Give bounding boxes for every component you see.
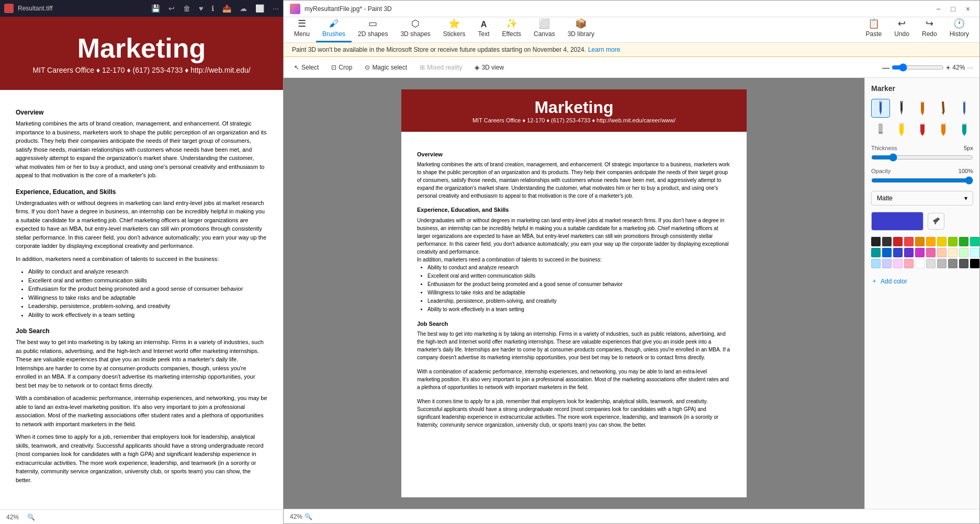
paint3d-close[interactable]: × <box>963 4 973 14</box>
magic-select-button[interactable]: ⊙ Magic select <box>361 62 411 73</box>
bg-tool-9[interactable]: ··· <box>273 4 279 13</box>
marker-pencil[interactable] <box>871 99 890 118</box>
paint3d-window-controls: − □ × <box>933 4 973 14</box>
bg-doc-title: Marketing <box>10 32 273 64</box>
history-icon: 🕐 <box>953 18 965 29</box>
select-button[interactable]: ↖ Select <box>290 62 323 73</box>
doc-content: Overview Marketing combines the arts of … <box>401 140 747 446</box>
palette-color-item[interactable] <box>893 259 903 268</box>
tab-redo[interactable]: ↪ Redo <box>916 15 943 42</box>
palette-color-item[interactable] <box>871 237 881 246</box>
color-swatch[interactable] <box>871 212 923 231</box>
palette-color-item[interactable] <box>904 259 914 268</box>
tab-stickers[interactable]: ⭐ Stickers <box>437 15 472 42</box>
palette-color-item[interactable] <box>937 259 947 268</box>
palette-color-item[interactable] <box>970 248 979 257</box>
palette-color-item[interactable] <box>871 248 881 257</box>
tab-canvas[interactable]: ⬜ Canvas <box>527 15 561 42</box>
palette-color-item[interactable] <box>937 248 947 257</box>
3d-view-icon: ◈ <box>475 64 479 71</box>
palette-color-item[interactable] <box>970 237 979 246</box>
palette-color-item[interactable] <box>948 259 958 268</box>
tab-effects[interactable]: ✨ Effects <box>496 15 527 42</box>
canvas-area[interactable]: Marketing MIT Careers Office ♦ 12-170 ♦ … <box>284 78 864 509</box>
svg-rect-18 <box>899 123 904 124</box>
palette-color-item[interactable] <box>882 248 892 257</box>
palette-color-item[interactable] <box>915 237 925 246</box>
marker-brown[interactable] <box>934 99 953 118</box>
marker-yellow[interactable] <box>892 120 911 139</box>
bg-tool-8[interactable]: ⬜ <box>255 4 264 13</box>
palette-color-item[interactable] <box>882 259 892 268</box>
marker-red[interactable] <box>913 120 932 139</box>
palette-color-item[interactable] <box>915 248 925 257</box>
tab-paste[interactable]: 📋 Paste <box>860 15 888 42</box>
add-color-button[interactable]: ＋ Add color <box>871 275 973 288</box>
palette-color-item[interactable] <box>926 248 936 257</box>
bg-tool-3[interactable]: 🗑 <box>183 4 190 13</box>
bg-zoom-icon[interactable]: 🔍 <box>27 514 35 521</box>
crop-button[interactable]: ⊡ Crop <box>327 62 356 73</box>
zoom-more-options[interactable]: ··· <box>967 63 973 72</box>
bg-tool-5[interactable]: ℹ <box>211 4 214 13</box>
matte-selector[interactable]: Matte ▾ <box>871 191 973 206</box>
marker-orange2[interactable] <box>934 120 953 139</box>
toolbar: ↖ Select ⊡ Crop ⊙ Magic select ⊞ Mixed r… <box>284 57 979 78</box>
tab-menu[interactable]: ☰ Menu <box>288 15 316 42</box>
zoom-plus[interactable]: + <box>946 63 950 72</box>
doc-list-intro: In addition, marketers need a combinatio… <box>417 256 731 264</box>
palette-color-item[interactable] <box>959 259 968 268</box>
palette-color-item[interactable] <box>926 259 936 268</box>
marker-pen[interactable] <box>892 99 911 118</box>
mixed-reality-button[interactable]: ⊞ Mixed reality <box>415 62 466 73</box>
bg-doc-subtitle: MIT Careers Office ♦ 12-170 ♦ (617) 253-… <box>10 66 273 74</box>
palette-color-item[interactable] <box>904 248 914 257</box>
zoom-status-icon: 🔍 <box>305 513 312 520</box>
tab-undo-label: Undo <box>894 30 909 38</box>
palette-color-item[interactable] <box>948 248 958 257</box>
tab-undo[interactable]: ↩ Undo <box>888 15 916 42</box>
palette-color-item[interactable] <box>959 237 968 246</box>
opacity-slider[interactable] <box>871 176 973 185</box>
palette-color-item[interactable] <box>937 237 947 246</box>
thickness-slider[interactable] <box>871 153 973 162</box>
tab-text[interactable]: A Text <box>472 17 496 42</box>
paint3d-minimize[interactable]: − <box>933 4 943 14</box>
tab-brushes[interactable]: 🖌 Brushes <box>316 15 352 42</box>
tab-history[interactable]: 🕐 History <box>943 15 975 42</box>
palette-color-item[interactable] <box>948 237 958 246</box>
svg-rect-5 <box>900 101 903 102</box>
marker-orange[interactable] <box>913 99 932 118</box>
palette-color-item[interactable] <box>959 248 968 257</box>
paint3d-maximize[interactable]: □ <box>948 4 958 14</box>
marker-blue-pen[interactable] <box>955 99 974 118</box>
svg-marker-17 <box>899 133 904 136</box>
palette-color-item[interactable] <box>893 237 903 246</box>
tab-3d-library[interactable]: 📦 3D library <box>561 15 601 42</box>
palette-color-item[interactable] <box>926 237 936 246</box>
marker-teal[interactable] <box>955 120 974 139</box>
palette-color-item[interactable] <box>871 259 881 268</box>
palette-color-item[interactable] <box>904 237 914 246</box>
bg-tool-4[interactable]: ♥ <box>199 4 203 13</box>
palette-color-item[interactable] <box>893 248 903 257</box>
canvas-icon: ⬜ <box>538 18 550 29</box>
3d-view-button[interactable]: ◈ 3D view <box>470 62 508 73</box>
marker-gray[interactable] <box>871 120 890 139</box>
eyedropper-button[interactable] <box>928 213 944 230</box>
bg-tool-6[interactable]: 📤 <box>222 4 231 13</box>
tab-2d-shapes[interactable]: ▭ 2D shapes <box>352 15 394 42</box>
palette-color-item[interactable] <box>970 259 979 268</box>
palette-color-item[interactable] <box>915 259 925 268</box>
palette-color-item[interactable] <box>882 237 892 246</box>
bg-tool-1[interactable]: 💾 <box>151 4 160 13</box>
marker-grid <box>871 99 973 139</box>
zoom-minus[interactable]: — <box>882 63 889 72</box>
zoom-slider[interactable] <box>892 63 944 72</box>
tab-3d-shapes[interactable]: ⬡ 3D shapes <box>394 15 436 42</box>
svg-marker-12 <box>963 112 965 115</box>
notification-link[interactable]: Learn more <box>588 46 620 53</box>
bg-tool-7[interactable]: ☁ <box>240 4 247 13</box>
bg-tool-2[interactable]: ↩ <box>168 4 175 13</box>
svg-rect-9 <box>942 101 945 112</box>
